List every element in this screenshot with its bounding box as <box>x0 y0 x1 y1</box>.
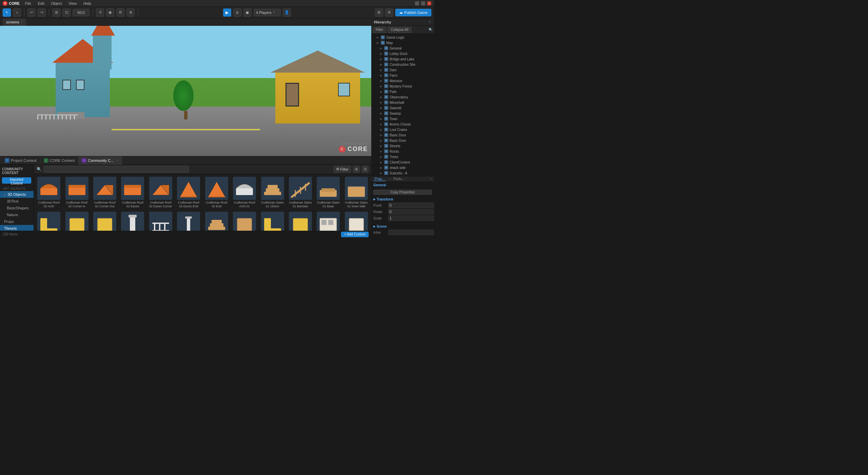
tool-extra[interactable]: ⊕ <box>126 8 135 17</box>
inherit-input[interactable] <box>388 230 434 235</box>
asset-item-1[interactable]: Craftsman Roof 02 Corner In <box>63 175 90 210</box>
search-input[interactable] <box>44 166 189 173</box>
publish-button[interactable]: ☁ Publish Game <box>395 9 431 16</box>
hierarchy-item-15[interactable]: ▶⊞Town <box>371 116 434 121</box>
layout-button[interactable]: ⊞ <box>375 8 383 17</box>
asset-item-9[interactable]: Craftsman Stairs 01 Banister <box>287 175 314 210</box>
scale-x-input[interactable] <box>388 215 434 221</box>
hierarchy-item-26[interactable]: ▶⊞Suburbs - B <box>371 176 434 176</box>
menu-file[interactable]: File <box>24 1 33 5</box>
hierarchy-item-25[interactable]: ▶⊞Suburbs - A <box>371 170 434 176</box>
nav-tilesets[interactable]: Tilesets <box>0 225 34 231</box>
settings2-button[interactable]: ⚙ <box>385 8 393 17</box>
hierarchy-search-icon[interactable]: 🔍 <box>429 28 433 32</box>
hierarchy-item-21[interactable]: ▶⊞Rocks <box>371 149 434 154</box>
viewport-tab-screens[interactable]: screens × <box>3 18 26 26</box>
list-view-button[interactable]: ☰ <box>362 166 369 173</box>
menu-help[interactable]: Help <box>82 1 93 5</box>
close-button[interactable]: × <box>427 1 431 5</box>
asset-item-6[interactable]: Craftsman Roof 02 End <box>203 175 230 210</box>
asset-item-15[interactable]: Craftsman Stairs 01 Pillar <box>119 210 146 231</box>
hierarchy-item-22[interactable]: ▶⊞Trees <box>371 154 434 159</box>
hierarchy-item-0[interactable]: ▶⊞Game Logic <box>371 35 434 40</box>
tab-performance[interactable]: Perfo... <box>392 177 406 181</box>
select-tool[interactable]: ↖ <box>3 8 11 17</box>
asset-item-7[interactable]: Craftsman Roof Arch 01 <box>231 175 258 210</box>
tab-community[interactable]: CC Community C... × <box>78 156 122 165</box>
asset-item-12[interactable]: Craftsman Stairs 01 L <box>35 210 62 231</box>
undo-button[interactable]: ↩ <box>27 8 36 17</box>
asset-item-16[interactable]: Craftsman Stairs 01 Railing <box>147 210 174 231</box>
asset-item-23[interactable]: Craftsman Wall 01 Corner <box>343 210 370 231</box>
hierarchy-item-4[interactable]: ▶⊞Bridge and Lake <box>371 56 434 62</box>
hierarchy-item-12[interactable]: ▶⊞Mineshaft <box>371 100 434 105</box>
hierarchy-item-14[interactable]: ▶⊞Swamp <box>371 111 434 116</box>
menu-view[interactable]: View <box>67 1 78 5</box>
viewport[interactable]: CREATED WITH C CORE <box>0 26 371 156</box>
copy-properties-button[interactable]: Copy Properties <box>373 190 432 195</box>
asset-item-20[interactable]: Craftsman Stairs 01 U <box>259 210 286 231</box>
maximize-button[interactable]: □ <box>421 1 425 5</box>
camera-button[interactable]: ◉ <box>106 8 114 17</box>
hierarchy-item-11[interactable]: ▶⊞Observatory <box>371 94 434 100</box>
pause-button[interactable]: ⏸ <box>233 8 241 17</box>
hierarchy-filter-button[interactable]: Filter <box>373 27 386 33</box>
add-custom-button[interactable]: + Add Custom <box>341 232 369 237</box>
tab-properties[interactable]: Prop... <box>373 177 386 181</box>
hierarchy-item-16[interactable]: ▶⊞Ammo Chests <box>371 121 434 127</box>
filter-button[interactable]: ⚙ Filter <box>334 166 351 173</box>
hierarchy-item-9[interactable]: ▶⊞Mystery Forest <box>371 83 434 89</box>
asset-item-21[interactable]: Craftsman Stairs 01 U Outer Wall <box>287 210 314 231</box>
tab-core-content[interactable]: C CORE Content <box>40 156 78 165</box>
grid-button[interactable]: ⊞ <box>52 8 60 17</box>
nav-nature[interactable]: Nature <box>0 211 34 218</box>
asset-item-3[interactable]: Craftsman Roof 02 Eaves <box>119 175 146 210</box>
asset-item-14[interactable]: Craftsman Stairs 01 L Outer Wall <box>91 210 118 231</box>
players-dropdown[interactable]: 4 Players ▼ <box>254 9 281 16</box>
asset-item-5[interactable]: Craftsman Roof 02 Eaves End <box>175 175 202 210</box>
props-close-button[interactable]: × <box>430 177 432 181</box>
asset-item-0[interactable]: Craftsman Roof 02 Arch <box>35 175 62 210</box>
asset-item-17[interactable]: Craftsman Stairs 01 Railing Post <box>175 210 202 231</box>
stop-button[interactable]: ⏹ <box>243 8 252 17</box>
zoom-input[interactable] <box>73 9 90 16</box>
asset-item-22[interactable]: Craftsman Wall 01 <box>315 210 342 231</box>
hierarchy-item-5[interactable]: ▶⊞Construction Site <box>371 62 434 67</box>
hierarchy-item-24[interactable]: ▶⊞shack side <box>371 165 434 170</box>
hierarchy-item-23[interactable]: ▶⊞ClientContext <box>371 159 434 165</box>
tab-project-content[interactable]: P Project Content <box>1 156 40 165</box>
nav-3d-objects[interactable]: ▶ 3D Objects <box>0 191 34 198</box>
hierarchy-item-6[interactable]: ▶⊞Dam <box>371 67 434 73</box>
imported-content-button[interactable]: Imported Content <box>2 177 31 184</box>
asset-item-18[interactable]: Craftsman Stairs 01 Straight <box>203 210 230 231</box>
asset-item-13[interactable]: Craftsman Stairs 01 L Inner Wall <box>63 210 90 231</box>
asset-item-8[interactable]: Craftsman Stairs 01 150cm <box>259 175 286 210</box>
nav-props[interactable]: Props <box>0 218 34 225</box>
asset-item-10[interactable]: Craftsman Stairs 01 Base <box>315 175 342 210</box>
minimize-button[interactable]: ─ <box>415 1 419 5</box>
redo-button[interactable]: ↪ <box>38 8 46 17</box>
asset-grid-wrapper[interactable]: Craftsman Roof 02 Arch Craftsman Roof 02… <box>34 174 371 231</box>
hierarchy-item-1[interactable]: ▶⊞Map <box>371 40 434 45</box>
hierarchy-item-7[interactable]: ▶⊞Farm <box>371 73 434 78</box>
hierarchy-item-13[interactable]: ▶⊞Sawmill <box>371 105 434 111</box>
snap-button[interactable]: ⊡ <box>62 8 71 17</box>
rotate-button[interactable]: ↺ <box>96 8 104 17</box>
hierarchy-item-2[interactable]: ▶⊞General <box>371 45 434 51</box>
hierarchy-item-10[interactable]: ▶⊞Park <box>371 89 434 94</box>
nav-3dtext[interactable]: 3DText <box>0 198 34 205</box>
play-button[interactable]: ▶ <box>223 8 231 17</box>
menu-object[interactable]: Object <box>50 1 63 5</box>
hierarchy-item-3[interactable]: ▶⊞Lobby Dock <box>371 51 434 56</box>
hierarchy-item-17[interactable]: ▶⊞Loot Crates <box>371 127 434 132</box>
settings-button[interactable]: ⚙ <box>116 8 124 17</box>
asset-item-19[interactable]: Craftsman Stairs 01 Straight Inner Bagel <box>231 210 258 231</box>
collapse-all-button[interactable]: Collapse All <box>388 27 411 33</box>
move-tool[interactable]: + <box>13 8 21 17</box>
hierarchy-item-18[interactable]: ▶⊞Basic Door <box>371 132 434 138</box>
grid-view-button[interactable]: ⊞ <box>353 166 360 173</box>
asset-item-4[interactable]: Craftsman Roof 02 Eaves Corner <box>147 175 174 210</box>
player-icon-button[interactable]: 👤 <box>283 8 291 17</box>
community-tab-close[interactable]: × <box>116 158 118 162</box>
asset-item-2[interactable]: Craftsman Roof 02 Corner Out <box>91 175 118 210</box>
